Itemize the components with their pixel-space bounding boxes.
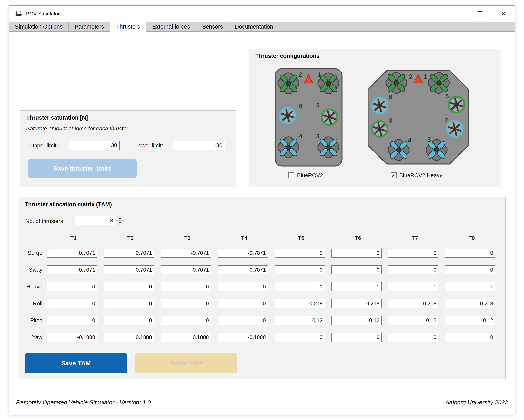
tam-input-sway-t4[interactable] — [218, 265, 268, 274]
thruster-8-vertical-icon — [372, 121, 387, 137]
tab-external-forces[interactable]: External forces — [146, 22, 196, 31]
tam-input-sway-t3[interactable] — [161, 265, 211, 274]
save-thruster-limits-button[interactable]: Save thruster limits — [28, 159, 137, 178]
tab-simulation-options[interactable]: Simulation Options — [9, 22, 69, 31]
tam-input-heave-t3[interactable] — [161, 282, 211, 291]
tam-input-surge-t1[interactable] — [47, 249, 97, 257]
tam-input-pitch-t4[interactable] — [218, 316, 268, 325]
tam-input-surge-t6[interactable] — [332, 249, 382, 257]
tam-input-surge-t2[interactable] — [104, 249, 154, 257]
tam-input-roll-t1[interactable] — [47, 299, 97, 308]
tam-input-surge-t7[interactable] — [388, 249, 438, 257]
tam-input-pitch-t3[interactable] — [161, 316, 211, 325]
reset-tam-button[interactable]: Reset TAM — [135, 353, 237, 373]
tam-cell — [45, 333, 102, 342]
tab-parameters[interactable]: Parameters — [69, 22, 110, 31]
save-tam-button[interactable]: Save TAM — [25, 353, 127, 373]
tam-input-pitch-t8[interactable] — [445, 316, 495, 325]
tam-input-pitch-t7[interactable] — [388, 316, 438, 325]
upper-limit-input[interactable] — [69, 141, 120, 150]
tam-input-surge-t4[interactable] — [218, 249, 268, 257]
saturation-subtitle: Saturate amount of force for each thrust… — [26, 125, 128, 132]
tam-input-roll-t5[interactable] — [275, 299, 325, 308]
tam-input-heave-t1[interactable] — [47, 282, 97, 291]
tam-cell — [159, 249, 216, 257]
tam-column-header-t6: T6 — [330, 235, 386, 241]
tam-input-yaw-t4[interactable] — [218, 333, 268, 342]
tam-cell — [386, 265, 443, 274]
spinner-arrows — [116, 216, 124, 225]
tam-input-yaw-t3[interactable] — [161, 333, 211, 342]
tam-input-roll-t3[interactable] — [161, 299, 211, 308]
tam-input-surge-t3[interactable] — [161, 249, 211, 257]
tam-row-label-pitch: Pitch — [19, 317, 45, 324]
tam-input-roll-t4[interactable] — [218, 299, 268, 308]
thruster-5-vertical-icon — [322, 109, 337, 125]
tam-input-roll-t2[interactable] — [104, 299, 154, 308]
tam-input-sway-t2[interactable] — [104, 265, 154, 274]
spinner-up-button[interactable] — [116, 216, 124, 221]
tam-cell — [159, 299, 216, 308]
tam-row-label-heave: Heave — [19, 283, 45, 290]
tam-column-header-t8: T8 — [443, 235, 500, 241]
tam-cell — [216, 282, 273, 291]
tam-input-roll-t6[interactable] — [332, 299, 382, 308]
tam-input-surge-t5[interactable] — [275, 249, 325, 257]
tam-input-sway-t8[interactable] — [445, 265, 495, 274]
tam-row-sway: Sway — [19, 261, 505, 278]
tab-thrusters[interactable]: Thrusters — [110, 22, 146, 32]
tam-input-yaw-t6[interactable] — [332, 333, 382, 342]
tam-input-pitch-t1[interactable] — [47, 316, 97, 325]
thruster-3-number: 3 — [427, 136, 431, 143]
tam-input-yaw-t5[interactable] — [275, 333, 325, 342]
bluerov2-heavy-checkbox[interactable]: ✓ — [391, 172, 397, 178]
thruster-6-vertical-icon — [280, 108, 296, 123]
tam-input-sway-t6[interactable] — [332, 265, 382, 274]
tab-sensors[interactable]: Sensors — [196, 22, 229, 31]
tam-input-heave-t4[interactable] — [218, 282, 268, 291]
tam-cell — [330, 282, 386, 291]
thruster-3-number: 3 — [316, 133, 320, 140]
tam-row-label-yaw: Yaw — [19, 334, 45, 340]
tam-input-pitch-t2[interactable] — [104, 316, 154, 325]
tam-input-heave-t8[interactable] — [445, 282, 495, 291]
tam-cell — [273, 316, 330, 325]
tam-input-pitch-t6[interactable] — [332, 316, 382, 325]
tam-row-yaw: Yaw — [19, 329, 505, 346]
tam-input-roll-t8[interactable] — [445, 299, 495, 308]
tam-cell — [330, 333, 386, 342]
tam-input-yaw-t2[interactable] — [104, 333, 154, 342]
bluerov2-heavy-checkbox-row: ✓ BlueROV2 Heavy — [391, 172, 442, 179]
tam-input-yaw-t1[interactable] — [47, 333, 97, 342]
tam-cell — [102, 265, 159, 274]
spinner-down-button[interactable] — [116, 221, 124, 225]
tam-input-heave-t7[interactable] — [388, 282, 438, 291]
window-controls: ✕ — [445, 6, 515, 22]
tab-documentation[interactable]: Documentation — [229, 22, 279, 31]
thruster-5-vertical-icon — [449, 97, 464, 112]
minimize-button[interactable] — [445, 6, 468, 22]
tam-input-sway-t1[interactable] — [47, 265, 97, 274]
tam-input-surge-t8[interactable] — [445, 249, 495, 257]
tam-input-sway-t5[interactable] — [275, 265, 325, 274]
close-button[interactable]: ✕ — [492, 6, 515, 22]
tam-cell — [443, 249, 500, 257]
tam-input-roll-t7[interactable] — [388, 299, 438, 308]
tam-cell — [443, 282, 500, 291]
tam-input-heave-t5[interactable] — [275, 282, 325, 291]
bluerov2-checkbox-row: ✓ BlueROV2 — [288, 172, 323, 179]
tam-input-yaw-t7[interactable] — [388, 333, 438, 342]
status-left-text: Remotely Operated Vehicle Simulator - Ve… — [16, 399, 151, 406]
lower-limit-input[interactable] — [173, 141, 225, 150]
tam-input-heave-t6[interactable] — [332, 282, 382, 291]
maximize-button[interactable] — [468, 6, 492, 22]
thruster-count-input[interactable] — [75, 216, 116, 225]
tam-input-pitch-t5[interactable] — [275, 316, 325, 325]
bluerov2-checkbox[interactable]: ✓ — [288, 172, 294, 178]
app-window: ROV Simulator ✕ Simulation OptionsParame… — [9, 6, 515, 415]
tam-input-yaw-t8[interactable] — [445, 333, 495, 342]
thruster-7-number: 7 — [444, 116, 448, 123]
tam-input-sway-t7[interactable] — [388, 265, 438, 274]
content: Thruster saturation [N] Saturate amount … — [9, 32, 515, 390]
tam-input-heave-t2[interactable] — [104, 282, 154, 291]
